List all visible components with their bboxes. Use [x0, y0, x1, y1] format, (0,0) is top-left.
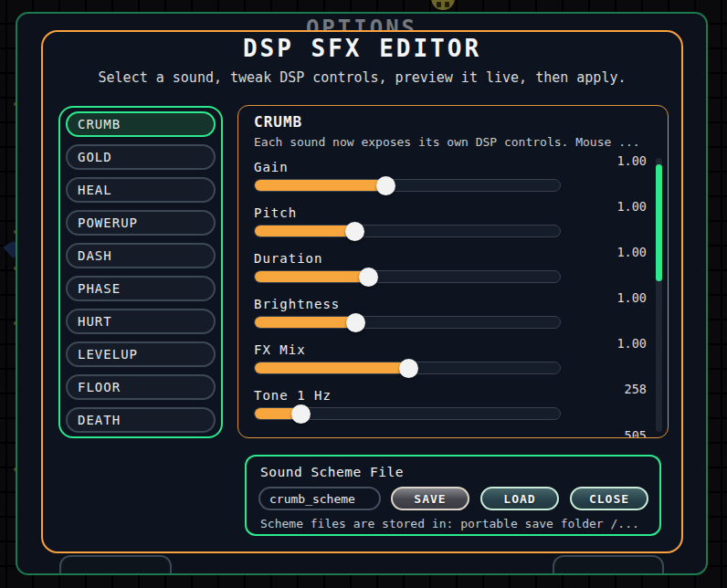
slider-label-fx-mix: FX Mix: [254, 342, 306, 357]
scheme-footer-note: Scheme files are stored in: portable sav…: [260, 517, 639, 530]
slider-fill-pitch: [255, 226, 355, 236]
sound-item-heal[interactable]: HEAL: [66, 177, 216, 203]
slider-thumb-duration[interactable]: [359, 268, 378, 287]
slider-track-tone-1-hz[interactable]: [254, 407, 561, 420]
next-slider-value-clipped: 505: [625, 428, 647, 438]
slider-value-brightness: 1.00: [616, 290, 647, 305]
slider-fill-brightness: [255, 317, 356, 328]
slider-track-duration[interactable]: [254, 270, 561, 283]
load-button[interactable]: LOAD: [480, 487, 559, 510]
slider-label-duration: Duration: [254, 251, 322, 266]
sound-item-death[interactable]: DEATH: [66, 407, 216, 433]
slider-label-tone-1-hz: Tone 1 Hz: [254, 388, 332, 403]
dsp-sfx-editor-dialog: DSP SFX EDITOR Select a sound, tweak DSP…: [41, 30, 683, 553]
slider-fill-fx-mix: [255, 362, 408, 373]
slider-value-gain: 1.00: [616, 153, 647, 168]
enemy-eye-icon: [445, 2, 449, 7]
panel-scrollbar-track[interactable]: [656, 158, 662, 432]
slider-row-brightness: 1.00Brightness: [238, 290, 668, 336]
slider-value-duration: 1.00: [616, 245, 647, 259]
sound-scheme-box: Sound Scheme File SAVELOADCLOSE Scheme f…: [245, 455, 661, 536]
sound-item-levelup[interactable]: LEVELUP: [66, 341, 216, 367]
dsp-panel: CRUMB Each sound now exposes its own DSP…: [237, 105, 669, 438]
panel-description: Each sound now exposes its own DSP contr…: [254, 135, 640, 149]
scheme-buttons: SAVELOADCLOSE: [391, 487, 648, 510]
slider-row-fx-mix: 1.00FX Mix: [238, 336, 668, 382]
slider-thumb-tone-1-hz[interactable]: [291, 404, 311, 424]
sound-item-dash[interactable]: DASH: [66, 243, 216, 268]
sound-item-floor[interactable]: FLOOR: [66, 374, 216, 400]
dialog-title: DSP SFX EDITOR: [43, 35, 681, 62]
sound-item-crumb[interactable]: CRUMB: [66, 111, 216, 137]
screen: OPTIONS DSP SFX EDITOR Select a sound, t…: [0, 0, 727, 588]
slider-fill-duration: [255, 271, 369, 282]
sound-list: CRUMBGOLDHEALPOWERUPDASHPHASEHURTLEVELUP…: [58, 106, 223, 438]
scheme-filename-input[interactable]: [258, 487, 381, 510]
slider-label-brightness: Brightness: [254, 297, 340, 311]
sound-item-powerup[interactable]: POWERUP: [66, 210, 216, 236]
slider-track-fx-mix[interactable]: [254, 362, 561, 374]
slider-thumb-brightness[interactable]: [346, 313, 365, 332]
slider-track-pitch[interactable]: [254, 225, 561, 237]
sound-item-gold[interactable]: GOLD: [66, 144, 216, 170]
slider-label-gain: Gain: [254, 160, 289, 174]
slider-value-pitch: 1.00: [616, 199, 647, 214]
slider-row-tone-1-hz: 258Tone 1 Hz: [238, 382, 668, 427]
slider-rows: 1.00Gain1.00Pitch1.00Duration1.00Brightn…: [238, 153, 668, 427]
slider-thumb-pitch[interactable]: [345, 222, 364, 241]
slider-row-gain: 1.00Gain: [238, 153, 668, 199]
slider-label-pitch: Pitch: [254, 205, 297, 220]
enemy-eye-icon: [437, 2, 441, 7]
panel-sound-name: CRUMB: [254, 113, 302, 131]
options-hidden-button-left[interactable]: [59, 555, 172, 575]
sound-item-phase[interactable]: PHASE: [66, 276, 216, 301]
slider-row-pitch: 1.00Pitch: [238, 199, 668, 245]
slider-track-brightness[interactable]: [254, 316, 561, 329]
slider-value-tone-1-hz: 258: [625, 382, 647, 396]
slider-value-fx-mix: 1.00: [616, 336, 647, 351]
slider-thumb-fx-mix[interactable]: [399, 359, 418, 378]
slider-track-gain[interactable]: [254, 179, 561, 192]
close-button[interactable]: CLOSE: [570, 487, 648, 510]
scheme-title: Sound Scheme File: [260, 465, 404, 479]
slider-thumb-gain[interactable]: [376, 176, 395, 195]
slider-row-duration: 1.00Duration: [238, 245, 668, 290]
panel-scrollbar-thumb[interactable]: [656, 164, 662, 281]
options-hidden-button-right[interactable]: [553, 555, 664, 575]
slider-fill-gain: [255, 180, 385, 191]
sound-item-hurt[interactable]: HURT: [66, 309, 216, 334]
save-button[interactable]: SAVE: [391, 487, 469, 510]
dialog-subtitle: Select a sound, tweak DSP controls, prev…: [43, 69, 681, 86]
